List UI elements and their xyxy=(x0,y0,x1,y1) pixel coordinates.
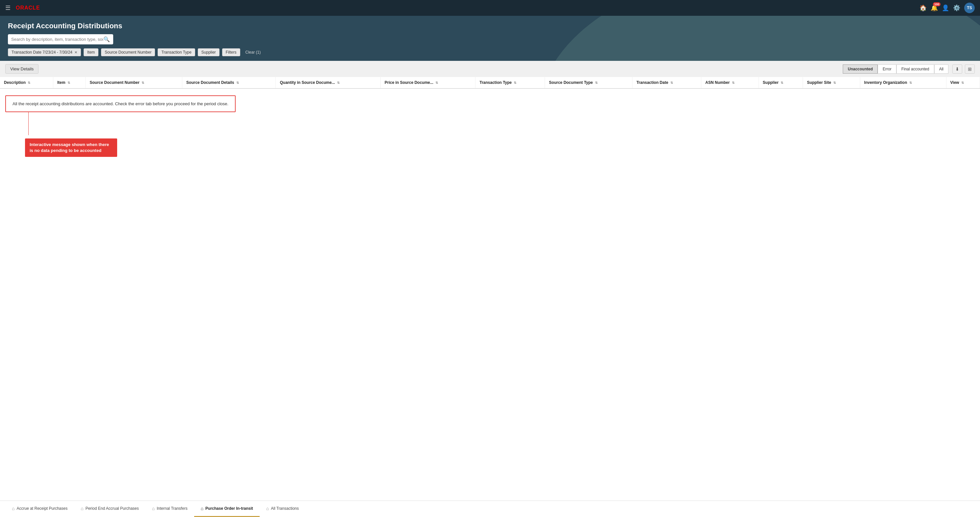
tab-error[interactable]: Error xyxy=(878,65,896,74)
empty-message-box: All the receipt accounting distributions… xyxy=(5,95,235,112)
home-nav-icon[interactable]: 🏠 xyxy=(920,4,927,11)
col-header-qty-source[interactable]: Quantity in Source Docume... ⇅ xyxy=(276,77,380,89)
col-header-view[interactable]: View ⇅ xyxy=(946,77,980,89)
annotation-box: Interactive message shown when there is … xyxy=(25,138,117,157)
search-input[interactable] xyxy=(11,37,103,42)
bottom-nav-internal-transfers[interactable]: ⌂Internal Transfers xyxy=(145,501,194,517)
bottom-nav-period-end[interactable]: ⌂Period End Accrual Purchases xyxy=(74,501,145,517)
distributions-table: Description ⇅Item ⇅Source Document Numbe… xyxy=(0,77,980,163)
user-icon[interactable]: 👤 xyxy=(942,4,949,11)
col-header-source-doc-details[interactable]: Source Document Details ⇅ xyxy=(182,77,276,89)
filter-chip-item[interactable]: Item xyxy=(84,48,99,56)
settings-icon[interactable]: ⚙️ xyxy=(953,4,960,11)
col-header-asn-number[interactable]: ASN Number ⇅ xyxy=(701,77,759,89)
col-header-source-doc-number[interactable]: Source Document Number ⇅ xyxy=(86,77,182,89)
filter-chip-filters[interactable]: Filters xyxy=(222,48,240,56)
col-header-transaction-date[interactable]: Transaction Date ⇅ xyxy=(632,77,701,89)
home-icon-all-transactions: ⌂ xyxy=(266,506,269,511)
bottom-nav-accrue-receipt[interactable]: ⌂Accrue at Receipt Purchases xyxy=(5,501,74,517)
notification-icon[interactable]: 🔔 100 xyxy=(931,4,938,11)
filter-bar: Transaction Date 7/23/24 - 7/30/24✕ItemS… xyxy=(8,48,972,56)
col-header-price-source[interactable]: Price in Source Docume... ⇅ xyxy=(380,77,476,89)
view-details-button[interactable]: View Details xyxy=(5,64,38,74)
tab-all[interactable]: All xyxy=(934,65,948,74)
home-icon-period-end: ⌂ xyxy=(81,506,83,511)
nav-left: ☰ ORACLE xyxy=(5,4,40,11)
notification-badge: 100 xyxy=(933,2,940,6)
bottom-nav-label-po-intransit: Purchase Order In-transit xyxy=(205,506,253,511)
filter-chip-date[interactable]: Transaction Date 7/23/24 - 7/30/24✕ xyxy=(8,48,81,56)
col-header-inventory-org[interactable]: Inventory Organization ⇅ xyxy=(860,77,946,89)
filter-chip-supplier[interactable]: Supplier xyxy=(198,48,220,56)
home-icon-internal-transfers: ⌂ xyxy=(152,506,155,511)
toolbar: View Details UnaccountedErrorFinal accou… xyxy=(0,61,980,77)
bottom-nav-label-period-end: Period End Accrual Purchases xyxy=(86,506,139,511)
tab-final-accounted[interactable]: Final accounted xyxy=(896,65,934,74)
header-section: Receipt Accounting Distributions 🔍 Trans… xyxy=(0,16,980,61)
col-header-item[interactable]: Item ⇅ xyxy=(53,77,86,89)
tab-unaccounted[interactable]: Unaccounted xyxy=(843,65,878,74)
search-bar[interactable]: 🔍 xyxy=(8,34,113,44)
hamburger-menu-icon[interactable]: ☰ xyxy=(5,4,11,11)
clear-button[interactable]: Clear (1) xyxy=(243,49,264,56)
bottom-nav-po-intransit[interactable]: ⌂Purchase Order In-transit xyxy=(194,501,259,517)
bottom-navigation: ⌂Accrue at Receipt Purchases⌂Period End … xyxy=(0,501,980,517)
bottom-nav-label-accrue-receipt: Accrue at Receipt Purchases xyxy=(16,506,67,511)
col-header-transaction-type[interactable]: Transaction Type ⇅ xyxy=(476,77,545,89)
filter-chip-transaction-type[interactable]: Transaction Type xyxy=(158,48,195,56)
nav-right: 🏠 🔔 100 👤 ⚙️ TS xyxy=(920,3,975,13)
search-icon: 🔍 xyxy=(103,36,110,43)
toolbar-icons: ⬇ ⊞ xyxy=(952,65,975,74)
home-icon-po-intransit: ⌂ xyxy=(201,506,204,511)
avatar[interactable]: TS xyxy=(964,3,975,13)
oracle-logo: ORACLE xyxy=(16,5,40,11)
top-navigation: ☰ ORACLE 🏠 🔔 100 👤 ⚙️ TS xyxy=(0,0,980,16)
page-title: Receipt Accounting Distributions xyxy=(8,22,972,30)
bottom-nav-label-all-transactions: All Transactions xyxy=(271,506,299,511)
empty-message-row: All the receipt accounting distributions… xyxy=(0,89,980,163)
col-header-supplier-site[interactable]: Supplier Site ⇅ xyxy=(803,77,860,89)
filter-chip-source-doc-num[interactable]: Source Document Number xyxy=(101,48,155,56)
home-icon-accrue-receipt: ⌂ xyxy=(12,506,14,511)
col-header-supplier[interactable]: Supplier ⇅ xyxy=(759,77,803,89)
annotation-container: All the receipt accounting distributions… xyxy=(5,95,235,157)
download-button[interactable]: ⬇ xyxy=(952,65,962,74)
table-container: Description ⇅Item ⇅Source Document Numbe… xyxy=(0,77,980,501)
filter-close-date[interactable]: ✕ xyxy=(74,50,77,55)
bottom-nav-all-transactions[interactable]: ⌂All Transactions xyxy=(259,501,305,517)
tab-group: UnaccountedErrorFinal accountedAll ⬇ ⊞ xyxy=(843,65,975,74)
layout-button[interactable]: ⊞ xyxy=(965,65,975,74)
table-header: Description ⇅Item ⇅Source Document Numbe… xyxy=(0,77,980,89)
main-content: View Details UnaccountedErrorFinal accou… xyxy=(0,61,980,501)
bottom-nav-label-internal-transfers: Internal Transfers xyxy=(157,506,187,511)
col-header-source-doc-type[interactable]: Source Document Type ⇅ xyxy=(545,77,633,89)
col-header-description[interactable]: Description ⇅ xyxy=(0,77,53,89)
